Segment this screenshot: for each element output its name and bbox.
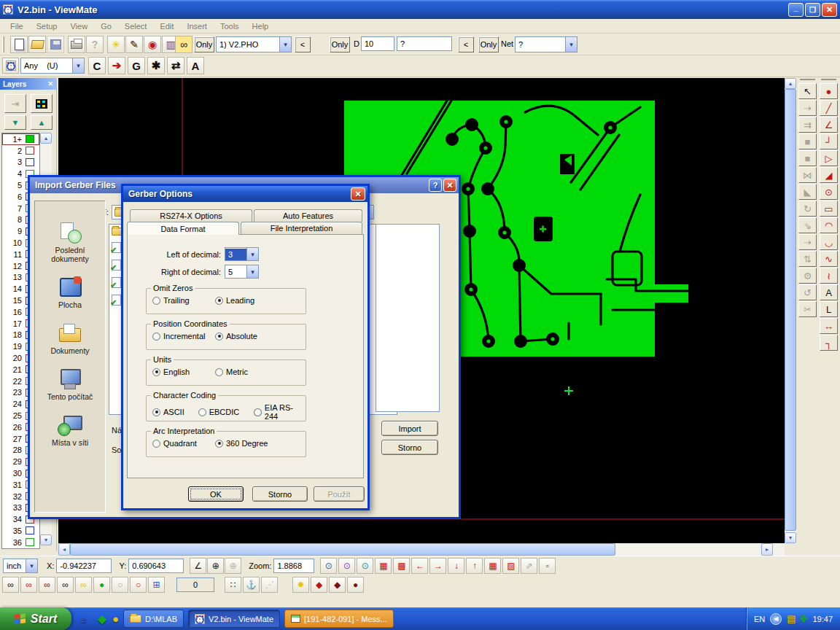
layer-row[interactable]: 36: [2, 537, 39, 548]
draw-arc-up-icon[interactable]: ◠: [820, 217, 838, 233]
chevron-down-icon[interactable]: [279, 37, 291, 52]
radio-option[interactable]: Trailing: [152, 296, 215, 305]
vertical-scroll-thumb[interactable]: [785, 89, 796, 531]
tab-rs274x-options[interactable]: RS274-X Options: [130, 209, 252, 222]
layers-close-icon[interactable]: [47, 80, 53, 88]
pattern-diamond-icon[interactable]: ◆: [311, 577, 327, 593]
anchor-icon[interactable]: ⚓: [243, 577, 260, 593]
pan-up-icon[interactable]: ↑: [466, 558, 483, 574]
layer-move-up-button[interactable]: ▲: [31, 115, 52, 130]
layer-color-swatch[interactable]: [26, 538, 34, 546]
radio-option[interactable]: Quadrant: [152, 439, 215, 448]
only-dcode-button[interactable]: Only: [330, 36, 350, 52]
radio-option[interactable]: 360 Degree: [215, 439, 268, 448]
target-icon[interactable]: ⊕: [207, 558, 224, 574]
draw-curve-icon[interactable]: ∿: [820, 251, 838, 267]
draw-corner-icon[interactable]: ┘: [820, 133, 838, 149]
menu-item[interactable]: Help: [246, 20, 275, 32]
tray-chevron-icon[interactable]: ◀: [770, 613, 782, 625]
draw-circle-icon[interactable]: ⊙: [820, 184, 838, 200]
dialog-close-button[interactable]: [351, 187, 365, 201]
radio-option[interactable]: Incremental: [152, 332, 215, 341]
grid-show-icon[interactable]: ▩: [393, 558, 410, 574]
place-desktop[interactable]: Plocha: [36, 276, 104, 309]
open-file-button[interactable]: [28, 36, 46, 53]
zoom-in-icon[interactable]: ⊙: [320, 558, 337, 574]
dot-grid-icon[interactable]: ∷: [225, 577, 241, 593]
radio-option[interactable]: EBCDIC: [198, 408, 254, 416]
shear-icon[interactable]: ◣: [798, 184, 817, 200]
scroll-down-icon[interactable]: [785, 532, 796, 543]
draw-triangle-icon[interactable]: ◢: [820, 167, 838, 183]
dimension-icon[interactable]: ↔: [820, 318, 838, 334]
only-layer-button[interactable]: Only: [194, 36, 214, 52]
menu-item[interactable]: Insert: [181, 20, 213, 32]
save-file-button[interactable]: [47, 36, 64, 53]
start-button[interactable]: Start: [0, 607, 71, 630]
prev-dcode-button[interactable]: <: [458, 36, 474, 52]
ok-button[interactable]: OK: [188, 486, 244, 502]
layer-color-swatch[interactable]: [26, 526, 34, 534]
mirror-icon[interactable]: ⋈: [798, 167, 817, 183]
gerber-dialog-titlebar[interactable]: Gerber Options: [123, 186, 368, 202]
dcode-pattern-button[interactable]: [2, 58, 19, 74]
copy-move-icon[interactable]: ⇢: [798, 100, 817, 116]
menu-item[interactable]: Tools: [214, 20, 245, 32]
draw-pad-icon[interactable]: ●: [820, 83, 838, 99]
menu-item[interactable]: Select: [119, 20, 153, 32]
dcode-swap-button[interactable]: ⇄: [167, 57, 184, 74]
dcode-g-button[interactable]: G: [128, 57, 145, 74]
grid-add-icon[interactable]: ▦: [484, 558, 501, 574]
pan-right-icon[interactable]: →: [429, 558, 446, 574]
bend-icon[interactable]: ┐: [820, 335, 838, 351]
tab-file-interpretation[interactable]: File Interpretation: [241, 222, 362, 234]
pattern-dot-icon[interactable]: ●: [347, 577, 364, 593]
grid-snap-icon[interactable]: ▦: [375, 558, 392, 574]
tray-notes-icon[interactable]: ▤: [787, 613, 796, 624]
cut-icon[interactable]: ✂: [798, 301, 817, 317]
place-recent-documents[interactable]: Poslední dokumenty: [36, 222, 104, 263]
aperture-filter-combo[interactable]: Any (U): [20, 58, 85, 74]
quicklaunch-reader[interactable]: ◆: [98, 612, 106, 626]
import-button[interactable]: Import: [381, 421, 438, 436]
restore-button[interactable]: [805, 3, 820, 17]
draw-rect-icon[interactable]: ▭: [820, 201, 838, 217]
highlight-outline-icon[interactable]: ○: [130, 577, 147, 593]
toolbar-grip[interactable]: [2, 36, 4, 52]
task-dmlab[interactable]: D:\MLAB: [123, 610, 184, 628]
measure-icon[interactable]: ✎: [125, 36, 143, 53]
chevron-down-icon[interactable]: [26, 559, 37, 572]
flash-icon[interactable]: ✳: [107, 36, 125, 53]
inspect-glasses-button[interactable]: ∞: [175, 36, 192, 53]
view-pads-icon[interactable]: ∞: [39, 577, 55, 593]
radio-option[interactable]: Leading: [215, 296, 254, 305]
layer-row[interactable]: 1+: [2, 133, 39, 145]
pan-left-icon[interactable]: ←: [411, 558, 428, 574]
view-sketch-icon[interactable]: ∞: [75, 577, 92, 593]
radio-option[interactable]: Absolute: [215, 332, 257, 341]
vertical-scrollbar[interactable]: [785, 78, 796, 543]
menu-item[interactable]: View: [64, 20, 93, 32]
angle-measure-icon[interactable]: ∠: [190, 558, 206, 574]
tray-agent-icon[interactable]: ✤: [800, 613, 808, 624]
layer-setup-button[interactable]: [31, 94, 52, 113]
scroll-up-icon[interactable]: [40, 133, 52, 144]
layer-insert-button[interactable]: ⇥: [4, 94, 26, 113]
undo-icon[interactable]: ↺: [798, 284, 817, 300]
chevron-down-icon[interactable]: [246, 248, 258, 260]
dialog-close-button[interactable]: [443, 179, 456, 192]
close-button[interactable]: [822, 3, 837, 17]
menu-item[interactable]: Setup: [31, 20, 63, 32]
horizontal-scrollbar[interactable]: [58, 543, 785, 556]
probe-icon[interactable]: ⊕: [225, 558, 241, 574]
horizontal-scroll-thumb[interactable]: [70, 543, 615, 556]
new-file-button[interactable]: [10, 36, 28, 53]
scroll-down-icon[interactable]: [40, 534, 52, 545]
select-cursor-icon[interactable]: ↖: [798, 83, 817, 99]
swap-icon[interactable]: ⇅: [798, 251, 817, 267]
layer-color-swatch[interactable]: [26, 135, 34, 143]
unit-combo[interactable]: inch: [3, 559, 38, 573]
marquee-icon[interactable]: ▫: [539, 558, 556, 574]
dcode-arrow-button[interactable]: ➔: [108, 57, 125, 74]
quicklaunch-firefox[interactable]: ●: [112, 612, 119, 625]
